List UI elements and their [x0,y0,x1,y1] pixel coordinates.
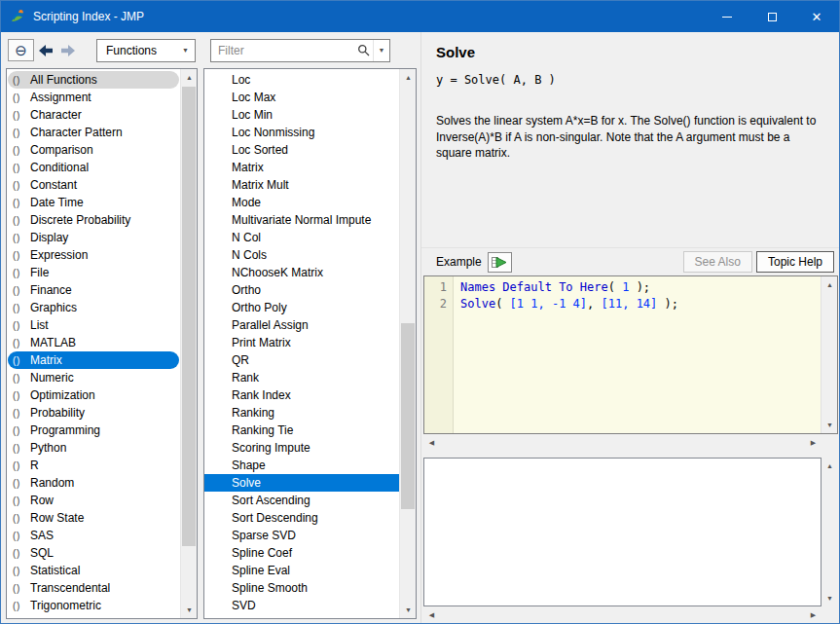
run-example-button[interactable] [488,252,512,273]
function-item[interactable]: Ranking Tie [204,422,399,439]
category-item[interactable]: ( )Row [8,492,179,509]
close-button[interactable]: ✕ [794,1,839,32]
category-item[interactable]: ( )List [8,316,179,334]
function-item[interactable]: Scoring Impute [204,439,399,457]
category-item[interactable]: ( )Comparison [8,141,179,159]
category-item[interactable]: ( )Graphics [8,299,179,316]
function-item[interactable]: N Cols [204,246,399,264]
category-item[interactable]: ( )Character Pattern [8,124,179,141]
scroll-thumb[interactable] [182,87,196,546]
category-item[interactable]: ( )Python [8,439,179,457]
scroll-right-arrow[interactable]: ▶ [805,434,822,451]
category-item[interactable]: ( )Constant [8,176,179,194]
function-item[interactable]: Loc [204,71,399,89]
topic-help-button[interactable]: Topic Help [756,251,834,273]
see-also-button[interactable]: See Also [683,251,752,273]
function-item[interactable]: Ranking [204,404,399,422]
function-item[interactable]: Matrix Mult [204,176,399,194]
scroll-up-arrow[interactable]: ▲ [181,69,198,86]
function-item[interactable]: Solve [204,474,399,492]
scroll-down-arrow[interactable]: ▼ [822,417,838,433]
function-item[interactable]: Parallel Assign [204,316,399,334]
category-item[interactable]: ( )Conditional [8,159,179,176]
category-item[interactable]: ( )Assignment [8,89,179,106]
function-item[interactable]: N Col [204,229,399,246]
category-item[interactable]: ( )Character [8,106,179,124]
function-item[interactable]: Loc Sorted [204,141,399,159]
scroll-up-arrow[interactable]: ▲ [822,276,838,293]
scroll-track[interactable] [440,606,805,623]
scroll-thumb[interactable] [401,323,415,509]
function-item[interactable]: SVD [204,597,399,614]
category-item[interactable]: ( )Probability [8,404,179,422]
category-item[interactable]: ( )Optimization [8,386,179,404]
code-vertical-scrollbar[interactable]: ▲ ▼ [821,276,837,433]
function-item[interactable]: Matrix [204,159,399,176]
scroll-track[interactable] [400,86,416,602]
example-code-editor[interactable]: 12 Names Default To Here( 1 );Solve( [1 … [423,275,838,434]
function-item[interactable]: Multivariate Normal Impute [204,211,399,229]
category-item[interactable]: ( )Display [8,229,179,246]
log-content[interactable] [423,458,822,606]
function-item[interactable]: Spline Smooth [204,579,399,597]
scroll-left-arrow[interactable]: ◀ [423,434,440,451]
scroll-down-arrow[interactable]: ▼ [822,590,838,606]
function-item[interactable]: Ortho Poly [204,299,399,316]
function-item[interactable]: Loc Min [204,106,399,124]
function-item[interactable]: Sort Descending [204,509,399,527]
category-item[interactable]: ( )Finance [8,281,179,299]
category-item[interactable]: ( )Matrix [8,351,179,369]
category-item[interactable]: ( )Date Time [8,194,179,211]
scroll-up-arrow[interactable]: ▲ [400,69,417,86]
filter-dropdown-button[interactable]: ▼ [373,40,389,61]
category-item[interactable]: ( )MATLAB [8,334,179,351]
category-item[interactable]: ( )Programming [8,422,179,439]
function-item[interactable]: Print Matrix [204,334,399,351]
log-vertical-scrollbar[interactable]: ▲ ▼ [822,458,838,606]
collapse-button[interactable]: ⊖ [8,39,34,61]
category-item[interactable]: ( )All Functions [8,71,179,89]
function-item[interactable]: Rank [204,369,399,386]
scroll-up-arrow[interactable]: ▲ [822,458,838,474]
scroll-left-arrow[interactable]: ◀ [423,606,440,623]
index-type-dropdown[interactable]: Functions ▼ [96,39,196,62]
function-item[interactable]: Loc Max [204,89,399,106]
function-item[interactable]: Loc Nonmissing [204,124,399,141]
category-item[interactable]: ( )Numeric [8,369,179,386]
category-item[interactable]: ( )SQL [8,544,179,562]
scroll-down-arrow[interactable]: ▼ [181,602,198,618]
back-button[interactable] [34,39,56,61]
category-item[interactable]: ( )Random [8,474,179,492]
category-item[interactable]: ( )SAS [8,527,179,544]
category-item[interactable]: ( )Transcendental [8,579,179,597]
code-horizontal-scrollbar[interactable]: ◀ ▶ [423,434,822,451]
function-item[interactable]: Ortho [204,281,399,299]
scroll-track[interactable] [181,86,197,602]
scroll-track[interactable] [822,474,838,590]
log-horizontal-scrollbar[interactable]: ◀ ▶ [423,606,822,623]
forward-button[interactable] [56,39,79,61]
category-item[interactable]: ( )R [8,457,179,474]
function-item[interactable]: Mode [204,194,399,211]
category-item[interactable]: ( )Discrete Probability [8,211,179,229]
code-lines[interactable]: Names Default To Here( 1 );Solve( [1 1, … [454,276,821,433]
category-item[interactable]: ( )Statistical [8,562,179,579]
categories-scrollbar[interactable]: ▲ ▼ [180,69,197,618]
function-item[interactable]: Spline Eval [204,562,399,579]
maximize-button[interactable] [749,1,794,32]
search-icon[interactable] [353,44,373,56]
scroll-down-arrow[interactable]: ▼ [400,602,417,618]
function-item[interactable]: Shape [204,457,399,474]
category-item[interactable]: ( )Row State [8,509,179,527]
category-item[interactable]: ( )Trigonometric [8,597,179,614]
minimize-button[interactable] [705,1,749,32]
function-item[interactable]: QR [204,351,399,369]
functions-scrollbar[interactable]: ▲ ▼ [399,69,416,618]
function-item[interactable]: Sort Ascending [204,492,399,509]
scroll-track[interactable] [440,434,805,451]
category-item[interactable]: ( )File [8,264,179,281]
function-item[interactable]: Rank Index [204,386,399,404]
function-item[interactable]: NChooseK Matrix [204,264,399,281]
function-item[interactable]: Spline Coef [204,544,399,562]
category-item[interactable]: ( )Expression [8,246,179,264]
